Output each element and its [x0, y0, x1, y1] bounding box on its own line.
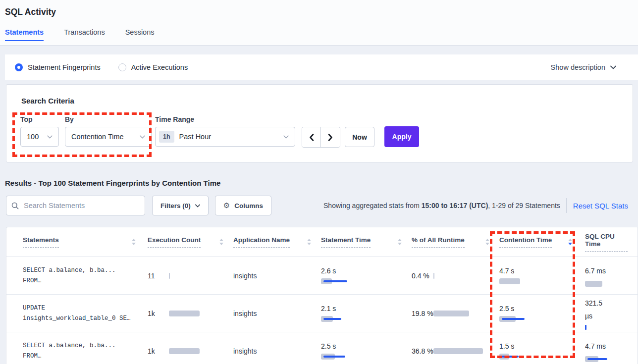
application-name-cell: insights — [233, 295, 321, 332]
execution-count-bar — [169, 348, 200, 354]
col-header-runtime-pct[interactable]: % of All Runtime — [412, 236, 499, 248]
statements-table: Statements Execution Count Application N… — [6, 227, 638, 364]
top-field: Top 100 — [20, 115, 59, 147]
radio-unselected-icon — [118, 63, 126, 71]
table-row[interactable]: SELECT a.balance, b.ba... FROM… 1k insig… — [6, 332, 638, 364]
runtime-pct-cell: 36.8 % — [412, 332, 499, 364]
sql-cpu-time-cell: 6.7 ms — [585, 257, 638, 294]
filters-button-label: Filters (0) — [160, 202, 191, 209]
chevron-right-icon — [328, 134, 333, 141]
top-select[interactable]: 100 — [20, 127, 59, 147]
time-range-arrows — [302, 127, 340, 148]
application-name-cell: insights — [233, 257, 321, 294]
sql-cpu-time-cell: 321.5 µs — [585, 295, 638, 332]
filters-button[interactable]: Filters (0) — [152, 196, 209, 215]
runtime-pct-bar — [433, 273, 434, 279]
gear-icon: ⚙ — [223, 201, 230, 210]
results-meta: Showing aggregated stats from 15:00 to 1… — [323, 198, 633, 213]
sql-cpu-time-bar — [585, 281, 602, 287]
top-select-value: 100 — [27, 133, 39, 141]
statement-time-cell: 2.1 s — [321, 295, 412, 332]
radio-active-executions-label: Active Executions — [131, 63, 188, 71]
chevron-left-icon — [309, 134, 314, 141]
col-header-statements[interactable]: Statements — [6, 236, 148, 248]
radio-statement-fingerprints[interactable]: Statement Fingerprints — [15, 63, 101, 71]
previous-time-button[interactable] — [302, 127, 321, 147]
runtime-pct-bar — [433, 348, 483, 354]
sort-icon[interactable] — [307, 239, 311, 245]
statement-fingerprint-link[interactable]: SELECT a.balance, b.ba... FROM… — [6, 332, 148, 364]
next-time-button[interactable] — [321, 127, 340, 147]
table-row[interactable]: SELECT a.balance, b.ba... FROM… 11 insig… — [6, 257, 638, 295]
radio-active-executions[interactable]: Active Executions — [118, 63, 188, 71]
contention-time-cell: 4.7 s — [499, 257, 585, 294]
search-criteria-card: Search Criteria Top 100 By Contention Ti… — [6, 84, 633, 162]
top-label: Top — [20, 115, 59, 123]
col-header-execution-count[interactable]: Execution Count — [148, 236, 233, 248]
statement-fingerprint-link[interactable]: SELECT a.balance, b.ba... FROM… — [6, 257, 148, 294]
results-heading: Results - Top 100 Statement Fingerprints… — [5, 179, 638, 187]
columns-button[interactable]: ⚙ Columns — [215, 196, 271, 215]
contention-time-bar — [499, 278, 520, 284]
table-row[interactable]: UPDATE insights_workload_table_0 SE… 1k … — [6, 295, 638, 332]
tab-transactions[interactable]: Transactions — [64, 28, 105, 41]
execution-count-cell: 1k — [148, 295, 233, 332]
tab-statements[interactable]: Statements — [5, 28, 44, 41]
search-statements-box — [6, 196, 145, 215]
chevron-down-icon — [140, 135, 145, 139]
tab-sessions[interactable]: Sessions — [125, 28, 155, 41]
search-statements-input[interactable] — [23, 201, 140, 210]
contention-time-cell: 1.5 s — [499, 332, 585, 364]
chevron-down-icon — [195, 204, 200, 208]
show-description-toggle[interactable]: Show description — [551, 63, 616, 71]
reset-sql-stats-link[interactable]: Reset SQL Stats — [573, 202, 633, 210]
radio-statement-fingerprints-label: Statement Fingerprints — [28, 63, 101, 71]
runtime-pct-bar — [433, 311, 469, 316]
by-select-value: Contention Time — [71, 133, 124, 141]
radio-selected-icon — [15, 63, 23, 71]
statement-fingerprint-link[interactable]: UPDATE insights_workload_table_0 SE… — [6, 295, 148, 332]
runtime-pct-cell: 19.8 % — [412, 295, 499, 332]
stats-time-range: 15:00 to 16:17 (UTC) — [422, 202, 488, 209]
sql-cpu-time-tick — [585, 325, 586, 330]
time-range-value: Past Hour — [179, 133, 211, 141]
execution-count-bar — [169, 311, 200, 316]
sql-cpu-time-cell: 4.7 ms — [585, 332, 638, 364]
statement-time-cell: 2.6 s — [321, 257, 412, 294]
chevron-down-icon — [47, 135, 53, 139]
by-label: By — [65, 115, 152, 123]
page-header: SQL Activity Statements Transactions Ses… — [0, 0, 638, 46]
by-select[interactable]: Contention Time — [65, 127, 152, 147]
runtime-pct-cell: 0.4 % — [412, 257, 499, 294]
sort-icon[interactable] — [219, 239, 223, 245]
show-description-label: Show description — [551, 63, 605, 71]
apply-button[interactable]: Apply — [384, 126, 419, 147]
now-button[interactable]: Now — [345, 127, 374, 147]
sql-cpu-time-line — [587, 358, 607, 360]
col-header-application-name[interactable]: Application Name — [233, 236, 321, 248]
sort-icon[interactable] — [398, 239, 402, 245]
vertical-divider — [566, 198, 567, 213]
col-header-contention-time[interactable]: Contention Time — [499, 236, 585, 248]
contention-time-line — [502, 356, 519, 358]
sort-icon[interactable] — [132, 239, 136, 245]
table-header-row: Statements Execution Count Application N… — [6, 227, 638, 257]
col-header-statement-time[interactable]: Statement Time — [321, 236, 412, 248]
time-range-select[interactable]: 1h Past Hour — [155, 127, 295, 147]
execution-count-cell: 1k — [148, 332, 233, 364]
chevron-down-icon — [283, 135, 289, 139]
sort-icon-active-desc[interactable] — [568, 239, 572, 245]
aggregated-stats-text: Showing aggregated stats from 15:00 to 1… — [323, 202, 560, 209]
by-field: By Contention Time — [65, 115, 152, 147]
col-header-sql-cpu-time[interactable]: SQL CPU Time — [585, 233, 638, 252]
time-range-field: Time Range 1h Past Hour — [155, 115, 295, 147]
application-name-cell: insights — [233, 332, 321, 364]
execution-count-cell: 11 — [148, 257, 233, 294]
search-icon — [11, 202, 19, 209]
results-toolbar: Filters (0) ⚙ Columns Showing aggregated… — [6, 196, 633, 215]
sort-icon[interactable] — [485, 239, 489, 245]
page-title: SQL Activity — [5, 0, 638, 17]
statement-time-cell: 2.5 s — [321, 332, 412, 364]
chevron-down-icon — [610, 65, 616, 69]
statement-time-line — [323, 318, 341, 320]
